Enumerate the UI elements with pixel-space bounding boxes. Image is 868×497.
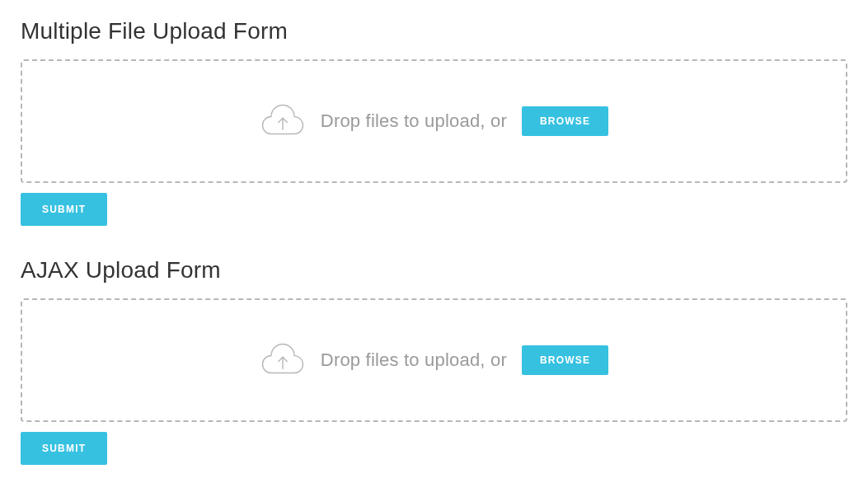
ajax-upload-form: AJAX Upload Form Drop files to upload, o… (21, 257, 847, 465)
multiple-file-upload-form: Multiple File Upload Form Drop files to … (21, 18, 847, 226)
drop-text: Drop files to upload, or (321, 349, 507, 371)
submit-button[interactable]: SUBMIT (21, 432, 107, 465)
drop-text: Drop files to upload, or (321, 110, 507, 132)
cloud-upload-icon (260, 340, 306, 381)
form-title: AJAX Upload Form (21, 257, 847, 284)
cloud-upload-icon (260, 101, 306, 142)
dropzone[interactable]: Drop files to upload, or BROWSE (21, 59, 847, 183)
form-title: Multiple File Upload Form (21, 18, 847, 45)
browse-button[interactable]: BROWSE (522, 106, 608, 136)
dropzone[interactable]: Drop files to upload, or BROWSE (21, 298, 847, 422)
submit-button[interactable]: SUBMIT (21, 193, 107, 226)
browse-button[interactable]: BROWSE (522, 345, 608, 375)
